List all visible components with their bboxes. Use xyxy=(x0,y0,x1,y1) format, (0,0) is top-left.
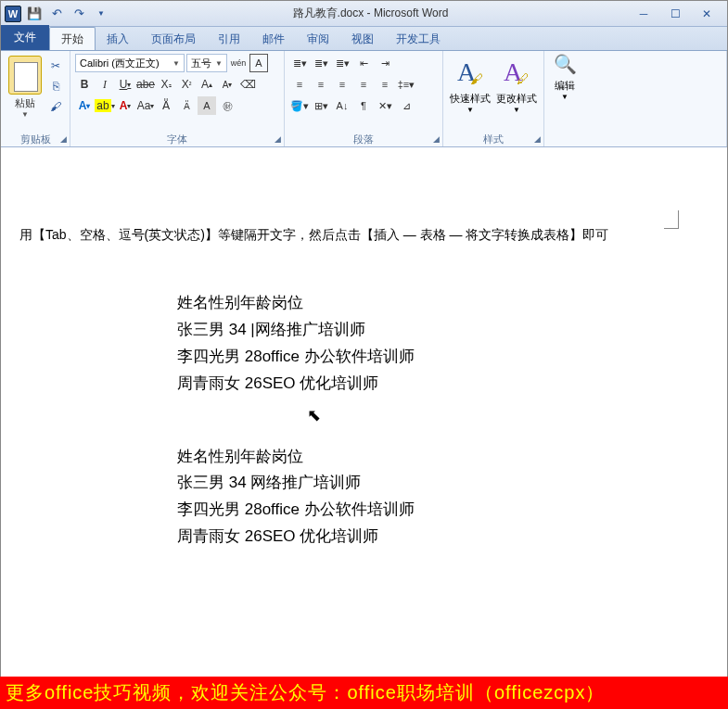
mouse-cursor-icon: ⬉ xyxy=(307,405,321,425)
paragraph-group-label: 段落 xyxy=(353,133,374,146)
align-justify-button[interactable]: ≡ xyxy=(353,75,374,94)
multilevel-button[interactable]: ≣▾ xyxy=(332,54,352,72)
grow-font2-button[interactable]: A̎ xyxy=(157,96,175,115)
ribbon: 粘贴 ▼ ✂ ⎘ 🖌 剪贴板◢ Calibri (西文正文)▼ 五号▼ wén … xyxy=(1,51,727,147)
save-icon[interactable]: 💾 xyxy=(25,5,44,23)
font-launcher-icon[interactable]: ◢ xyxy=(275,134,281,144)
quick-styles-icon: A🖌 xyxy=(448,53,492,92)
numbering-button[interactable]: ≣▾ xyxy=(311,54,331,72)
asian-layout-button[interactable]: ✕▾ xyxy=(375,96,395,115)
change-styles-dropdown-icon: ▼ xyxy=(494,106,539,114)
data-block-2: 姓名性别年龄岗位 张三男 34 网络推广培训师 李四光男 28office 办公… xyxy=(177,444,709,551)
group-edit: 🔍 编辑 ▼ xyxy=(544,51,727,146)
cut-icon[interactable]: ✂ xyxy=(46,57,65,75)
underline-button[interactable]: U▾ xyxy=(116,75,134,94)
qat-dropdown-icon[interactable]: ▼ xyxy=(92,5,110,23)
shrink-font2-button[interactable]: A̎ xyxy=(177,96,196,115)
text-effects-button[interactable]: A▾ xyxy=(75,96,94,115)
tab-developer[interactable]: 开发工具 xyxy=(385,28,452,50)
char-border-icon[interactable]: A xyxy=(249,54,268,72)
instruction-text: 用【Tab、空格、逗号(英文状态)】等键隔开文字，然后点击【插入 — 表格 — … xyxy=(19,227,709,244)
paste-label: 粘贴 xyxy=(6,96,45,110)
snap-button[interactable]: ⊿ xyxy=(396,96,416,115)
change-styles-button[interactable]: A🖊 更改样式 ▼ xyxy=(494,53,539,130)
close-button[interactable]: ✕ xyxy=(694,6,720,22)
group-clipboard: 粘贴 ▼ ✂ ⎘ 🖌 剪贴板◢ xyxy=(1,51,70,146)
quick-access-toolbar: W 💾 ↶ ↷ ▼ xyxy=(1,5,110,23)
font-size-select[interactable]: 五号▼ xyxy=(186,54,227,72)
tab-view[interactable]: 视图 xyxy=(340,28,385,50)
minimize-button[interactable]: ─ xyxy=(631,6,657,22)
paragraph-launcher-icon[interactable]: ◢ xyxy=(433,134,440,144)
group-paragraph: ≣▾ ≣▾ ≣▾ ⇤ ⇥ ≡ ≡ ≡ ≡ ≡ ‡≡▾ 🪣▾ ⊞▾ A↓ ¶ ✕▾… xyxy=(285,51,443,146)
char-shading-button[interactable]: A xyxy=(198,96,216,115)
phonetic-guide-icon[interactable]: wén xyxy=(229,54,248,72)
sort-button[interactable]: A↓ xyxy=(332,96,352,115)
clipboard-launcher-icon[interactable]: ◢ xyxy=(60,134,67,144)
quick-styles-button[interactable]: A🖌 快速样式 ▼ xyxy=(448,53,492,130)
increase-indent-button[interactable]: ⇥ xyxy=(375,54,395,72)
shading-button[interactable]: 🪣▾ xyxy=(289,96,310,115)
group-font: Calibri (西文正文)▼ 五号▼ wén A B I U▾ abe X₂ … xyxy=(70,51,285,146)
copy-icon[interactable]: ⎘ xyxy=(46,77,65,95)
data-row: 李四光男 28office 办公软件培训师 xyxy=(177,344,709,371)
data-row: 张三男 34 |网络推广培训师 xyxy=(177,317,709,344)
grow-font-button[interactable]: A▴ xyxy=(198,75,216,94)
font-color-button[interactable]: A▾ xyxy=(116,96,134,115)
format-painter-icon[interactable]: 🖌 xyxy=(46,97,65,116)
redo-icon[interactable]: ↷ xyxy=(70,5,88,23)
ribbon-tabs: 文件 开始 插入 页面布局 引用 邮件 审阅 视图 开发工具 xyxy=(1,27,727,51)
tab-references[interactable]: 引用 xyxy=(207,28,251,50)
find-icon[interactable]: 🔍 xyxy=(549,53,581,75)
edit-label: 编辑 xyxy=(549,79,581,93)
window-controls: ─ ☐ ✕ xyxy=(631,6,727,22)
change-styles-label: 更改样式 xyxy=(494,92,539,106)
data-row: 周青雨女 26SEO 优化培训师 xyxy=(177,524,709,551)
highlight-button[interactable]: ab▾ xyxy=(96,96,114,115)
tab-home[interactable]: 开始 xyxy=(49,27,96,50)
align-center-button[interactable]: ≡ xyxy=(311,75,331,94)
font-name-select[interactable]: Calibri (西文正文)▼ xyxy=(75,54,185,72)
superscript-button[interactable]: X² xyxy=(177,75,196,94)
styles-launcher-icon[interactable]: ◢ xyxy=(534,134,541,144)
bullets-button[interactable]: ≣▾ xyxy=(289,54,310,72)
word-icon[interactable]: W xyxy=(5,6,21,22)
tab-review[interactable]: 审阅 xyxy=(296,28,340,50)
footer-banner: 更多office技巧视频，欢迎关注公众号：office职场培训（officezc… xyxy=(0,677,728,709)
align-right-button[interactable]: ≡ xyxy=(332,75,352,94)
tab-mail[interactable]: 邮件 xyxy=(251,28,296,50)
data-row: 张三男 34 网络推广培训师 xyxy=(177,470,709,497)
data-block-1: 姓名性别年龄岗位 张三男 34 |网络推广培训师 李四光男 28office 办… xyxy=(177,290,709,398)
undo-icon[interactable]: ↶ xyxy=(47,5,66,23)
clipboard-group-label: 剪贴板 xyxy=(20,133,51,146)
edit-dropdown-icon[interactable]: ▼ xyxy=(549,93,581,101)
enclose-char-button[interactable]: ㊖ xyxy=(218,96,236,115)
group-styles: A🖌 快速样式 ▼ A🖊 更改样式 ▼ 样式◢ xyxy=(443,51,544,146)
change-case-button[interactable]: Aa▾ xyxy=(136,96,155,115)
font-group-label: 字体 xyxy=(167,133,187,146)
strikethrough-button[interactable]: abe xyxy=(136,75,155,94)
tab-layout[interactable]: 页面布局 xyxy=(140,28,207,50)
clear-format-button[interactable]: ⌫ xyxy=(238,75,257,94)
tab-file[interactable]: 文件 xyxy=(1,25,49,50)
italic-button[interactable]: I xyxy=(96,75,114,94)
margin-marker xyxy=(664,210,679,229)
data-row: 李四光男 28office 办公软件培训师 xyxy=(177,497,709,524)
align-left-button[interactable]: ≡ xyxy=(289,75,310,94)
quick-styles-label: 快速样式 xyxy=(448,92,492,106)
quick-styles-dropdown-icon: ▼ xyxy=(448,106,492,114)
change-styles-icon: A🖊 xyxy=(494,53,539,92)
tab-insert[interactable]: 插入 xyxy=(96,28,140,50)
document-area[interactable]: 用【Tab、空格、逗号(英文状态)】等键隔开文字，然后点击【插入 — 表格 — … xyxy=(1,147,727,676)
subscript-button[interactable]: X₂ xyxy=(157,75,175,94)
borders-button[interactable]: ⊞▾ xyxy=(311,96,331,115)
bold-button[interactable]: B xyxy=(75,75,94,94)
show-marks-button[interactable]: ¶ xyxy=(353,96,374,115)
decrease-indent-button[interactable]: ⇤ xyxy=(353,54,374,72)
paste-button[interactable]: 粘贴 ▼ xyxy=(6,54,45,119)
maximize-button[interactable]: ☐ xyxy=(662,6,688,22)
align-distributed-button[interactable]: ≡ xyxy=(375,75,395,94)
paste-dropdown-icon: ▼ xyxy=(6,110,45,119)
shrink-font-button[interactable]: A▾ xyxy=(218,75,236,94)
line-spacing-button[interactable]: ‡≡▾ xyxy=(396,75,416,94)
